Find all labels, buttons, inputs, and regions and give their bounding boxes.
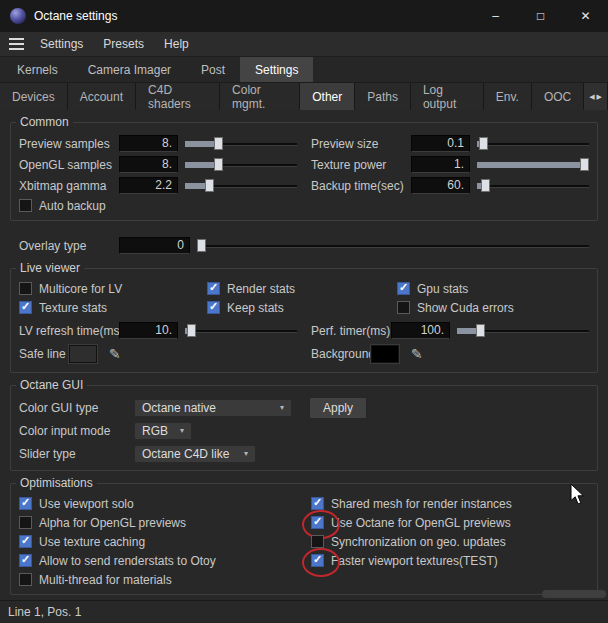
checkbox-label: Texture stats [39,301,107,315]
horizontal-scrollbar-thumb[interactable] [542,590,606,598]
checkbox-render-stats[interactable]: Render stats [207,279,397,298]
checkbox-gpu-stats[interactable]: Gpu stats [397,279,589,298]
tab-devices[interactable]: Devices [0,83,68,110]
slider-handle[interactable] [580,158,589,171]
menu-bar: Settings Presets Help [0,32,608,57]
background-color-swatch[interactable] [371,345,399,363]
chevron-down-icon: ▾ [170,426,184,435]
checkbox-box [311,516,324,529]
lv-refresh-input[interactable]: 10. [119,322,178,339]
checkbox-multicore-for-lv[interactable]: Multicore for LV [19,279,207,298]
menu-presets[interactable]: Presets [93,32,154,56]
tab-settings[interactable]: Settings [240,57,313,82]
lv-refresh-slider[interactable] [185,323,297,338]
xbitmap-gamma-slider[interactable] [185,178,297,193]
group-common: Common Preview samples 8. Preview size 0… [10,122,598,221]
tab-c4d-shaders[interactable]: C4D shaders [136,83,220,110]
checkbox-use-viewport-solo[interactable]: Use viewport solo [19,494,297,513]
checkbox-alpha-for-opengl-previews[interactable]: Alpha for OpenGL previews [19,513,297,532]
slider-handle[interactable] [476,324,485,337]
preview-samples-input[interactable]: 8. [119,135,178,152]
maximize-button[interactable]: □ [518,0,563,32]
app-icon [10,8,26,24]
checkbox-box [19,301,32,314]
checkbox-allow-send-renderstats[interactable]: Allow to send renderstats to Otoy [19,551,297,570]
optimisations-left-column: Use viewport solo Alpha for OpenGL previ… [19,494,297,589]
preview-size-label: Preview size [311,137,411,151]
group-common-title: Common [16,115,73,129]
dropdown-value: RGB [142,424,168,438]
checkbox-texture-stats[interactable]: Texture stats [19,298,207,317]
xbitmap-gamma-input[interactable]: 2.2 [119,177,178,194]
backup-time-slider[interactable] [477,178,589,193]
tab-env[interactable]: Env. [484,83,532,110]
primary-tab-bar: Kernels Camera Imager Post Settings [0,57,608,83]
tab-other[interactable]: Other [300,83,355,110]
overlay-type-input[interactable]: 0 [119,237,190,254]
menu-help[interactable]: Help [154,32,199,56]
color-gui-type-dropdown[interactable]: Octane native ▾ [134,399,292,417]
close-button[interactable]: ✕ [563,0,608,32]
safe-line-color-swatch[interactable] [69,345,97,363]
slider-type-dropdown[interactable]: Octane C4D like ▾ [134,445,256,463]
slider-handle[interactable] [187,324,196,337]
checkbox-shared-mesh-instances[interactable]: Shared mesh for render instances [311,494,589,513]
slider-handle[interactable] [214,137,223,150]
menu-settings[interactable]: Settings [30,32,93,56]
preview-size-slider[interactable] [477,136,589,151]
edit-pencil-icon[interactable]: ✎ [109,347,121,361]
opengl-samples-input[interactable]: 8. [119,156,178,173]
checkbox-keep-stats[interactable]: Keep stats [207,298,397,317]
tab-scroll-left-icon[interactable]: ◀ [589,93,594,101]
tab-kernels[interactable]: Kernels [2,57,73,82]
slider-handle[interactable] [481,179,490,192]
checkbox-label: Use Octane for OpenGL previews [331,516,511,530]
checkbox-label: Show Cuda errors [417,301,514,315]
preview-size-input[interactable]: 0.1 [411,135,470,152]
checkbox-auto-backup[interactable]: Auto backup [19,196,589,215]
checkbox-use-texture-caching[interactable]: Use texture caching [19,532,297,551]
checkbox-label: Use viewport solo [39,497,134,511]
edit-pencil-icon[interactable]: ✎ [411,347,423,361]
perf-timer-slider[interactable] [457,323,589,338]
preview-samples-slider[interactable] [185,136,297,151]
tab-camera-imager[interactable]: Camera Imager [73,57,186,82]
checkbox-show-cuda-errors[interactable]: Show Cuda errors [397,298,589,317]
tab-scroll-right-icon[interactable]: ▶ [597,93,602,101]
dropdown-value: Octane C4D like [142,447,229,461]
checkbox-box [311,554,324,567]
texture-power-slider[interactable] [477,157,589,172]
minimize-button[interactable]: – [473,0,518,32]
slider-handle[interactable] [197,239,206,252]
overlay-type-slider[interactable] [197,238,589,253]
tab-ooc[interactable]: OOC [532,83,584,110]
tab-color-mgmt[interactable]: Color mgmt. [220,83,300,110]
background-label: Background [311,347,371,361]
group-octane-gui-title: Octane GUI [16,378,87,392]
checkbox-multi-thread-materials[interactable]: Multi-thread for materials [19,570,297,589]
apply-button[interactable]: Apply [309,397,367,419]
tab-post[interactable]: Post [186,57,240,82]
texture-power-input[interactable]: 1. [411,156,470,173]
slider-handle[interactable] [479,137,488,150]
chevron-down-icon: ▾ [270,403,284,412]
tab-scroller[interactable]: ◀ ▶ [584,83,608,110]
tab-log-output[interactable]: Log output [411,83,484,110]
slider-handle[interactable] [214,158,223,171]
checkbox-faster-viewport-textures[interactable]: Faster viewport textures(TEST) [311,551,589,570]
tab-paths[interactable]: Paths [355,83,411,110]
checkbox-sync-on-geo-updates[interactable]: Synchronization on geo. updates [311,532,589,551]
hamburger-icon[interactable] [0,38,30,50]
checkbox-label: Shared mesh for render instances [331,497,512,511]
checkbox-box [19,535,32,548]
backup-time-input[interactable]: 60. [411,177,470,194]
checkbox-box [397,282,410,295]
tab-account[interactable]: Account [68,83,136,110]
perf-timer-input[interactable]: 100. [391,322,450,339]
window-controls: – □ ✕ [473,0,608,32]
slider-handle[interactable] [205,179,214,192]
checkbox-box [19,573,32,586]
checkbox-use-octane-opengl-previews[interactable]: Use Octane for OpenGL previews [311,513,589,532]
color-input-mode-dropdown[interactable]: RGB ▾ [134,422,192,440]
opengl-samples-slider[interactable] [185,157,297,172]
